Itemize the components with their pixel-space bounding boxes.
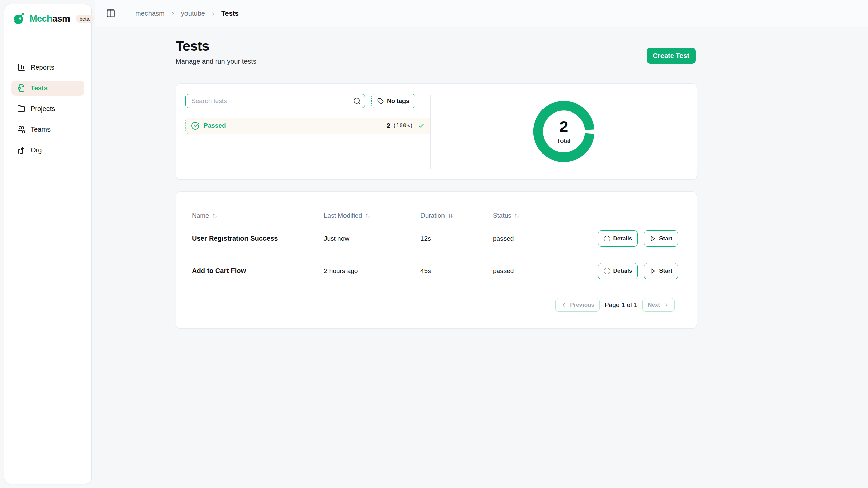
chevron-right-icon bbox=[210, 11, 216, 17]
create-test-button[interactable]: Create Test bbox=[647, 48, 696, 64]
details-button[interactable]: Details bbox=[598, 263, 638, 279]
test-name: Add to Cart Flow bbox=[192, 267, 324, 275]
sidebar-item-label: Org bbox=[31, 146, 42, 154]
tags-filter-button[interactable]: No tags bbox=[371, 94, 415, 108]
donut-total-value: 2 bbox=[559, 119, 568, 135]
play-icon bbox=[650, 268, 656, 274]
details-button-label: Details bbox=[613, 235, 632, 242]
sidebar-item-label: Reports bbox=[31, 64, 54, 72]
chevron-left-icon bbox=[561, 302, 567, 308]
sidebar-item-label: Projects bbox=[31, 105, 55, 113]
start-button-label: Start bbox=[659, 235, 672, 242]
page-header: Tests Manage and run your tests Create T… bbox=[176, 38, 697, 65]
sort-arrows-icon bbox=[365, 213, 370, 218]
tags-filter-label: No tags bbox=[387, 98, 409, 105]
building-icon bbox=[17, 146, 25, 154]
chevron-right-icon bbox=[170, 11, 176, 17]
summary-card: No tags Passed 2 (100%) bbox=[176, 83, 697, 180]
breadcrumb-project[interactable]: youtube bbox=[181, 9, 205, 17]
start-button[interactable]: Start bbox=[644, 230, 678, 247]
table-row: User Registration Success Just now 12s p… bbox=[192, 222, 678, 255]
beta-badge: beta bbox=[76, 15, 94, 23]
details-button[interactable]: Details bbox=[598, 230, 638, 247]
file-cog-icon bbox=[17, 84, 25, 92]
passed-status-row[interactable]: Passed 2 (100%) bbox=[185, 118, 430, 134]
sidebar-item-reports[interactable]: Reports bbox=[11, 60, 84, 75]
brand-logo: Mechasm beta bbox=[4, 4, 91, 25]
total-donut-chart: 2 Total bbox=[532, 99, 596, 164]
donut-panel: 2 Total bbox=[431, 84, 697, 179]
filters-panel: No tags Passed 2 (100%) bbox=[176, 84, 430, 179]
breadcrumb: mechasm youtube Tests bbox=[135, 9, 239, 17]
sidebar-nav: Reports Tests Projects bbox=[4, 60, 91, 158]
start-button-label: Start bbox=[659, 268, 672, 274]
previous-page-button[interactable]: Previous bbox=[555, 298, 600, 312]
test-duration: 12s bbox=[420, 235, 493, 242]
column-header-name[interactable]: Name bbox=[192, 212, 324, 219]
robot-logo-icon bbox=[12, 12, 25, 25]
column-header-status[interactable]: Status bbox=[493, 212, 678, 219]
sort-arrows-icon bbox=[212, 213, 217, 218]
passed-count: 2 bbox=[387, 122, 390, 130]
search-icon bbox=[353, 97, 361, 105]
columns-panel-icon bbox=[106, 9, 115, 18]
pagination: Previous Page 1 of 1 Next bbox=[192, 298, 678, 312]
page-subtitle: Manage and run your tests bbox=[176, 58, 697, 65]
details-button-label: Details bbox=[613, 268, 632, 274]
sidebar-toggle-button[interactable] bbox=[106, 9, 115, 18]
sidebar: Mechasm beta Reports bbox=[4, 4, 92, 484]
expand-icon bbox=[604, 268, 610, 274]
search-box bbox=[185, 94, 365, 108]
page-title: Tests bbox=[176, 38, 697, 54]
search-input[interactable] bbox=[185, 94, 365, 108]
check-icon bbox=[418, 123, 425, 129]
top-bar: mechasm youtube Tests bbox=[95, 0, 868, 27]
test-name: User Registration Success bbox=[192, 235, 324, 242]
breadcrumb-org[interactable]: mechasm bbox=[135, 9, 165, 17]
sidebar-item-label: Teams bbox=[31, 126, 51, 134]
users-icon bbox=[17, 125, 25, 134]
next-page-button[interactable]: Next bbox=[642, 298, 675, 312]
brand-name: Mechasm bbox=[29, 14, 70, 24]
header-divider bbox=[125, 9, 125, 18]
test-status: passed bbox=[493, 267, 598, 275]
next-page-label: Next bbox=[648, 302, 660, 308]
test-duration: 45s bbox=[420, 267, 493, 275]
previous-page-label: Previous bbox=[570, 302, 594, 308]
chart-column-icon bbox=[17, 63, 25, 72]
test-last-modified: 2 hours ago bbox=[324, 267, 420, 275]
tests-table-card: Name Last Modified Duration bbox=[176, 191, 697, 329]
start-button[interactable]: Start bbox=[644, 263, 678, 279]
table-header-row: Name Last Modified Duration bbox=[192, 209, 678, 222]
tag-icon bbox=[377, 98, 384, 104]
chevron-right-icon bbox=[664, 302, 669, 308]
column-header-duration[interactable]: Duration bbox=[420, 212, 493, 219]
breadcrumb-current: Tests bbox=[221, 9, 239, 17]
play-icon bbox=[650, 236, 656, 242]
sidebar-item-org[interactable]: Org bbox=[11, 143, 84, 158]
donut-total-label: Total bbox=[557, 138, 570, 144]
column-header-last-modified[interactable]: Last Modified bbox=[324, 212, 420, 219]
page-indicator: Page 1 of 1 bbox=[605, 301, 637, 309]
passed-percent: (100%) bbox=[393, 123, 413, 129]
circle-check-icon bbox=[191, 122, 199, 130]
table-row: Add to Cart Flow 2 hours ago 45s passed … bbox=[192, 255, 678, 287]
sidebar-item-tests[interactable]: Tests bbox=[11, 81, 84, 96]
passed-label: Passed bbox=[203, 122, 226, 129]
sidebar-item-teams[interactable]: Teams bbox=[11, 122, 84, 137]
folder-icon bbox=[17, 105, 25, 113]
test-last-modified: Just now bbox=[324, 235, 420, 242]
sort-arrows-icon bbox=[448, 213, 453, 218]
sidebar-item-label: Tests bbox=[31, 84, 48, 92]
test-status: passed bbox=[493, 235, 598, 242]
sort-arrows-icon bbox=[514, 213, 519, 218]
expand-icon bbox=[604, 236, 610, 242]
sidebar-item-projects[interactable]: Projects bbox=[11, 101, 84, 116]
